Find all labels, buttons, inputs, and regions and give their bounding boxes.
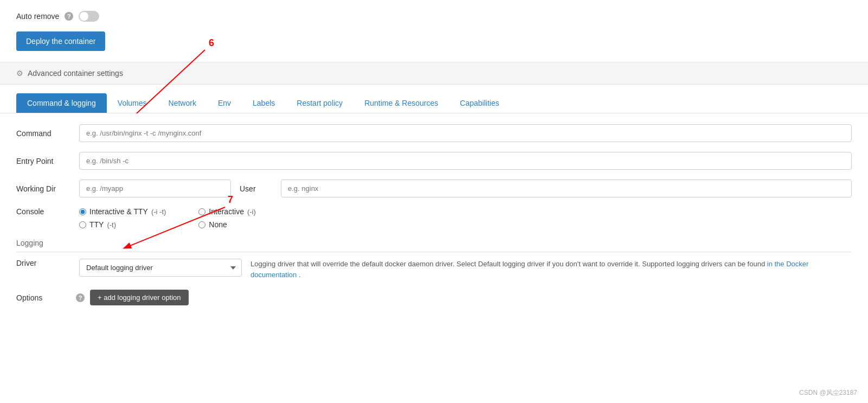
deploy-container-button[interactable]: Deploy the container [16,31,105,51]
console-options-grid: Interactive & TTY (-i -t) Interactive (-… [79,207,286,229]
options-row: Options ? + add logging driver option [16,290,852,305]
entry-point-input[interactable] [79,152,852,170]
driver-select[interactable]: Default logging driver json-file syslog … [79,259,242,277]
console-radio-tty[interactable] [79,221,86,228]
svg-text:6: 6 [209,37,214,48]
console-interactive-tty-sublabel: (-i -t) [151,208,166,216]
auto-remove-label: Auto remove [16,12,59,21]
console-option-none[interactable]: None [198,220,285,229]
tab-network[interactable]: Network [158,93,207,113]
tabs-row: Command & logging Volumes Network Env La… [16,85,852,113]
driver-label: Driver [16,259,70,267]
console-tty-label: TTY [89,220,104,229]
tab-runtime-resources[interactable]: Runtime & Resources [353,93,449,113]
console-radio-interactive-tty[interactable] [79,208,86,215]
console-radio-interactive[interactable] [198,208,205,215]
auto-remove-toggle[interactable] [79,11,99,22]
driver-description: Logging driver that will override the de… [250,259,852,280]
command-label: Command [16,129,70,138]
user-input[interactable] [281,180,852,197]
tab-volumes[interactable]: Volumes [107,93,158,113]
console-interactive-tty-label: Interactive & TTY [89,207,148,216]
advanced-settings-bar: ⚙ Advanced container settings [0,62,868,85]
working-dir-user-row: Working Dir User [16,180,852,197]
console-option-tty[interactable]: TTY (-t) [79,220,166,229]
tab-capabilities[interactable]: Capabilities [449,93,510,113]
user-label: User [240,184,272,193]
logging-title: Logging [16,239,852,252]
console-interactive-label: Interactive [209,207,244,216]
options-label: Options [16,293,70,302]
auto-remove-help-icon[interactable]: ? [65,12,73,21]
console-radio-none[interactable] [198,221,205,228]
main-content: Command Entry Point Working Dir User Con… [0,113,868,326]
console-tty-sublabel: (-t) [107,221,116,229]
driver-row: Driver Default logging driver json-file … [16,259,852,280]
console-none-label: None [209,220,227,229]
console-row: Console Interactive & TTY (-i -t) Intera… [16,207,852,229]
tabs-section: Command & logging Volumes Network Env La… [0,85,868,113]
tab-command-logging[interactable]: Command & logging [16,93,107,113]
console-option-interactive[interactable]: Interactive (-i) [198,207,285,216]
add-logging-option-button[interactable]: + add logging driver option [90,290,189,305]
tab-restart-policy[interactable]: Restart policy [286,93,353,113]
entry-point-label: Entry Point [16,157,70,165]
entry-point-row: Entry Point [16,152,852,170]
logging-section: Logging Driver Default logging driver js… [16,239,852,305]
console-label: Console [16,207,70,216]
console-interactive-sublabel: (-i) [247,208,256,216]
gear-icon: ⚙ [16,69,23,78]
options-help-icon[interactable]: ? [76,293,85,302]
advanced-settings-label: Advanced container settings [28,69,123,78]
working-dir-label: Working Dir [16,184,70,193]
working-dir-input[interactable] [79,180,231,197]
tab-env[interactable]: Env [207,93,242,113]
console-option-interactive-tty[interactable]: Interactive & TTY (-i -t) [79,207,166,216]
command-row: Command [16,124,852,142]
tab-labels[interactable]: Labels [242,93,286,113]
command-input[interactable] [79,124,852,142]
